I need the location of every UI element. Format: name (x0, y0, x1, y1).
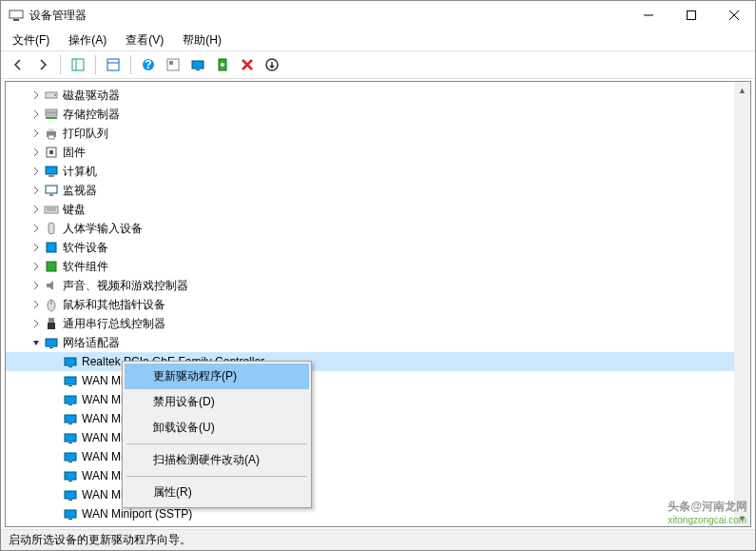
window-title: 设备管理器 (29, 8, 627, 24)
svg-rect-57 (65, 472, 76, 480)
device-tree-panel: 磁盘驱动器存储控制器打印队列固件计算机监视器键盘人体学输入设备软件设备软件组件声… (5, 81, 751, 527)
expand-icon[interactable] (29, 240, 44, 255)
svg-rect-46 (68, 366, 72, 367)
tree-node[interactable]: 监视器 (6, 181, 750, 200)
svg-point-20 (54, 94, 56, 96)
svg-rect-37 (47, 243, 56, 252)
expand-icon[interactable] (29, 88, 44, 103)
tree-node[interactable]: 软件组件 (6, 257, 750, 276)
expand-icon[interactable] (29, 126, 44, 141)
component-icon (44, 259, 59, 274)
svg-rect-31 (46, 186, 57, 193)
show-hide-tree-button[interactable] (67, 53, 89, 76)
tree-node[interactable]: 存储控制器 (6, 105, 750, 124)
minimize-button[interactable] (627, 1, 669, 30)
tree-node[interactable]: 磁盘驱动器 (6, 86, 750, 105)
tree-node[interactable]: WAN Miniport (IPv6) (6, 409, 750, 428)
svg-rect-6 (72, 59, 84, 70)
computer-icon (44, 164, 59, 179)
menu-action[interactable]: 操作(A) (63, 30, 112, 50)
forward-button[interactable] (31, 53, 54, 76)
tree-node-label: 人体学输入设备 (63, 221, 143, 237)
expand-icon[interactable] (29, 107, 44, 122)
back-button[interactable] (7, 53, 29, 76)
tree-node[interactable]: WAN Miniport (IKEv2) (6, 371, 750, 390)
tree-node[interactable]: 固件 (6, 143, 750, 162)
expand-icon[interactable] (29, 259, 44, 274)
tree-node[interactable]: WAN Miniport (Network Monitor) (6, 447, 750, 466)
svg-rect-54 (68, 443, 72, 443)
svg-rect-55 (65, 453, 76, 461)
tree-node[interactable]: 打印队列 (6, 124, 750, 143)
scroll-up-button[interactable]: ▲ (734, 82, 750, 98)
svg-rect-50 (68, 404, 72, 405)
network-icon (63, 487, 78, 502)
network-icon (63, 354, 78, 369)
tree-node[interactable]: WAN Miniport (IP) (6, 390, 750, 409)
tree-node[interactable]: 键盘 (6, 200, 750, 219)
menu-scan-hardware[interactable]: 扫描检测硬件改动(A) (125, 447, 309, 473)
tree-node[interactable]: 通用串行总线控制器 (6, 314, 750, 333)
menu-help[interactable]: 帮助(H) (177, 30, 227, 50)
device-tree[interactable]: 磁盘驱动器存储控制器打印队列固件计算机监视器键盘人体学输入设备软件设备软件组件声… (6, 82, 750, 527)
menu-separator (126, 443, 307, 444)
scan-hardware-button[interactable] (186, 53, 209, 76)
svg-rect-61 (65, 510, 76, 518)
uninstall-button[interactable] (236, 53, 259, 76)
expand-icon[interactable] (29, 297, 44, 312)
window-controls (627, 1, 755, 30)
menu-file[interactable]: 文件(F) (7, 30, 55, 50)
maximize-button[interactable] (669, 1, 712, 30)
software-icon (44, 240, 59, 255)
expand-icon[interactable] (29, 278, 44, 293)
tree-node[interactable]: WAN Miniport (SSTP) (6, 504, 750, 523)
menu-uninstall-device[interactable]: 卸载设备(U) (125, 415, 309, 441)
firmware-icon (44, 145, 59, 160)
tree-node-label: 固件 (63, 145, 86, 161)
disable-button[interactable] (261, 53, 283, 76)
toolbar-separator (60, 55, 61, 74)
svg-rect-62 (68, 519, 72, 520)
expand-icon[interactable] (29, 202, 44, 217)
tree-node[interactable]: Realtek PCIe GbE Family Controller (6, 352, 750, 371)
svg-rect-56 (68, 462, 72, 462)
scroll-down-button[interactable]: ▼ (734, 510, 750, 526)
action-button[interactable] (162, 53, 184, 76)
monitor-icon (44, 183, 59, 198)
keyboard-icon (44, 202, 59, 217)
close-button[interactable] (712, 1, 755, 30)
tree-node-label: 鼠标和其他指针设备 (63, 297, 165, 313)
hid-icon (44, 221, 59, 236)
update-driver-button[interactable] (211, 53, 234, 76)
tree-node[interactable]: 声音、视频和游戏控制器 (6, 276, 750, 295)
svg-rect-3 (687, 11, 695, 20)
expand-icon[interactable] (29, 145, 44, 160)
tree-node-label: WAN Miniport (SSTP) (82, 507, 192, 521)
svg-rect-53 (65, 434, 76, 442)
menu-view[interactable]: 查看(V) (120, 30, 169, 50)
tree-node[interactable]: 软件设备 (6, 238, 750, 257)
tree-node[interactable]: 计算机 (6, 162, 750, 181)
collapse-icon[interactable] (29, 335, 44, 350)
expand-icon[interactable] (29, 183, 44, 198)
expand-icon[interactable] (29, 164, 44, 179)
properties-button[interactable] (102, 53, 125, 76)
tree-node[interactable]: WAN Miniport (PPPOE) (6, 466, 750, 485)
tree-node[interactable]: 人体学输入设备 (6, 219, 750, 238)
svg-rect-42 (48, 323, 55, 329)
menu-disable-device[interactable]: 禁用设备(D) (125, 389, 309, 415)
network-icon (63, 449, 78, 464)
expand-icon[interactable] (29, 221, 44, 236)
network-icon (44, 335, 59, 350)
tree-node[interactable]: 鼠标和其他指针设备 (6, 295, 750, 314)
tree-node[interactable]: 网络适配器 (6, 333, 750, 352)
menu-update-driver[interactable]: 更新驱动程序(P) (125, 364, 309, 389)
tree-node[interactable]: WAN Miniport (PPTP) (6, 485, 750, 504)
help-button[interactable]: ? (137, 53, 160, 76)
menu-properties[interactable]: 属性(R) (125, 480, 309, 505)
tree-node[interactable]: WAN Miniport (L2TP) (6, 428, 750, 447)
no-expander (48, 449, 63, 464)
svg-rect-51 (65, 415, 76, 423)
expand-icon[interactable] (29, 316, 44, 331)
vertical-scrollbar[interactable]: ▲ ▼ (734, 82, 750, 526)
